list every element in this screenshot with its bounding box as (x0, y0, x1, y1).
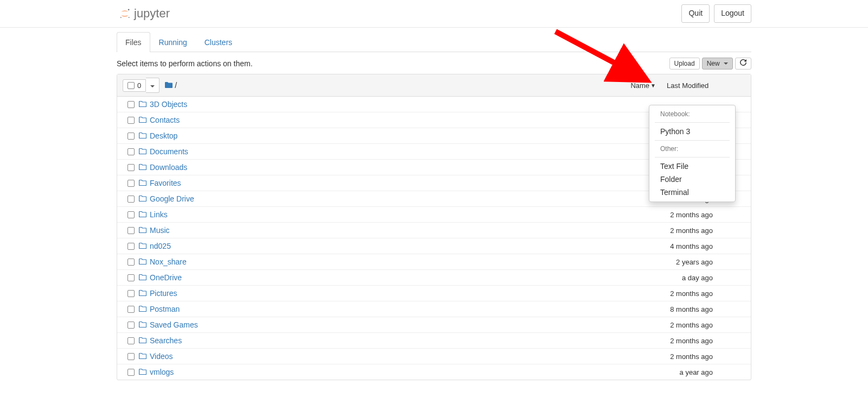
select-menu-button[interactable] (146, 78, 159, 93)
folder-icon (139, 242, 150, 250)
quit-button[interactable]: Quit (681, 4, 710, 23)
item-name[interactable]: Searches (150, 336, 648, 345)
select-all-checkbox[interactable] (127, 82, 135, 89)
dropdown-item-python3[interactable]: Python 3 (649, 125, 735, 138)
new-dropdown-button[interactable]: New (702, 58, 733, 70)
header-bar: jupyter Quit Logout (0, 0, 868, 28)
folder-icon (139, 289, 150, 298)
folder-icon (165, 81, 173, 90)
tabs: FilesRunningClusters (117, 32, 751, 52)
item-name[interactable]: Downloads (150, 163, 648, 172)
item-name[interactable]: Favorites (150, 179, 648, 187)
dropdown-divider (655, 157, 730, 158)
row-checkbox[interactable] (127, 290, 135, 297)
jupyter-icon (119, 8, 131, 20)
folder-icon (139, 163, 150, 172)
caret-down-icon (724, 62, 728, 65)
refresh-button[interactable] (735, 58, 751, 70)
sort-name[interactable]: Name ▼ (630, 81, 656, 90)
item-name[interactable]: Links (150, 210, 648, 219)
row-checkbox[interactable] (127, 353, 135, 360)
row-checkbox[interactable] (127, 133, 135, 140)
list-item: Searches2 months ago (117, 333, 751, 349)
item-modified: a day ago (648, 274, 713, 282)
item-name[interactable]: Contacts (150, 116, 648, 124)
breadcrumb[interactable]: / (165, 81, 177, 90)
list-item: vmlogsa year ago (117, 364, 751, 380)
item-name[interactable]: OneDrive (150, 273, 648, 282)
breadcrumb-root: / (175, 81, 177, 90)
row-checkbox[interactable] (127, 164, 135, 171)
folder-icon (139, 336, 150, 345)
list-item: Pictures2 months ago (117, 286, 751, 301)
new-dropdown-menu: Notebook: Python 3 Other: Text File Fold… (649, 105, 736, 202)
select-all-button[interactable]: 0 (123, 79, 146, 92)
tab-running[interactable]: Running (150, 32, 196, 52)
upload-button[interactable]: Upload (669, 58, 700, 70)
row-checkbox[interactable] (127, 117, 135, 124)
item-name[interactable]: Videos (150, 352, 648, 361)
sort-modified[interactable]: Last Modified (667, 81, 709, 90)
folder-icon (139, 273, 150, 282)
dropdown-item-terminal[interactable]: Terminal (649, 186, 735, 199)
dropdown-item-folder[interactable]: Folder (649, 173, 735, 186)
item-modified: 2 months ago (648, 321, 713, 329)
folder-icon (139, 226, 150, 235)
row-checkbox[interactable] (127, 211, 135, 218)
item-name[interactable]: Saved Games (150, 320, 648, 329)
logout-button[interactable]: Logout (714, 4, 751, 23)
row-checkbox[interactable] (127, 369, 135, 376)
dropdown-header-other: Other: (649, 143, 735, 155)
selected-count: 0 (137, 81, 141, 90)
row-checkbox[interactable] (127, 101, 135, 108)
svg-point-0 (128, 9, 130, 10)
item-name[interactable]: Nox_share (150, 257, 648, 266)
item-name[interactable]: Google Drive (150, 194, 648, 203)
row-checkbox[interactable] (127, 259, 135, 266)
svg-point-2 (129, 17, 130, 18)
item-name[interactable]: Desktop (150, 131, 648, 140)
row-checkbox[interactable] (127, 274, 135, 281)
item-modified: 2 months ago (648, 226, 713, 235)
folder-icon (139, 305, 150, 313)
item-name[interactable]: Postman (150, 305, 648, 313)
folder-icon (139, 320, 150, 329)
row-checkbox[interactable] (127, 306, 135, 313)
row-checkbox[interactable] (127, 180, 135, 187)
dropdown-header-notebook: Notebook: (649, 108, 735, 120)
folder-icon (139, 179, 150, 187)
list-item: Links2 months ago (117, 207, 751, 223)
item-name[interactable]: Pictures (150, 289, 648, 298)
dropdown-divider (655, 122, 730, 123)
row-checkbox[interactable] (127, 337, 135, 344)
item-modified: 2 months ago (648, 211, 713, 219)
list-item: nd0254 months ago (117, 238, 751, 254)
tab-clusters[interactable]: Clusters (196, 32, 241, 52)
row-checkbox[interactable] (127, 227, 135, 234)
logo-text: jupyter (134, 7, 170, 21)
row-checkbox[interactable] (127, 322, 135, 329)
sort-arrow-icon: ▼ (650, 83, 656, 89)
item-name[interactable]: Documents (150, 147, 648, 156)
row-checkbox[interactable] (127, 148, 135, 155)
folder-icon (139, 194, 150, 203)
item-modified: 2 years ago (648, 258, 713, 266)
row-checkbox[interactable] (127, 196, 135, 203)
item-name[interactable]: Music (150, 226, 648, 235)
list-item: Postman8 months ago (117, 301, 751, 317)
item-name[interactable]: 3D Objects (150, 100, 648, 109)
jupyter-logo[interactable]: jupyter (117, 7, 170, 21)
row-checkbox[interactable] (127, 243, 135, 250)
list-item: Saved Games2 months ago (117, 317, 751, 333)
tab-files[interactable]: Files (117, 32, 150, 52)
refresh-icon (740, 60, 746, 67)
dropdown-divider (655, 140, 730, 141)
folder-icon (139, 352, 150, 361)
caret-down-icon (150, 85, 155, 87)
dropdown-item-textfile[interactable]: Text File (649, 160, 735, 173)
item-name[interactable]: vmlogs (150, 368, 648, 376)
list-item: OneDrivea day ago (117, 270, 751, 286)
item-name[interactable]: nd025 (150, 242, 648, 250)
list-item: Videos2 months ago (117, 349, 751, 364)
folder-icon (139, 147, 150, 156)
